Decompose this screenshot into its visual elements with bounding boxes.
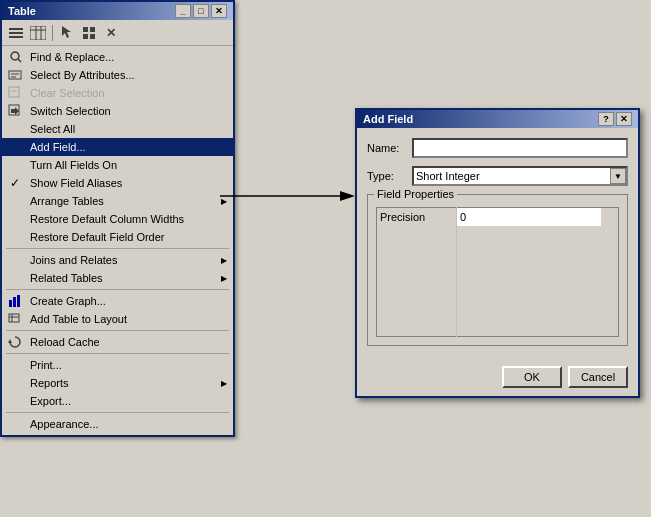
precision-input[interactable] xyxy=(457,208,601,226)
arrow-icon-joins: ▶ xyxy=(221,256,227,265)
type-select-wrap: Short Integer Long Integer Float Double … xyxy=(412,166,628,186)
menu-item-joins-and-relates[interactable]: Joins and Relates ▶ xyxy=(2,251,233,269)
svg-rect-20 xyxy=(9,300,12,307)
properties-table: Precision xyxy=(376,207,619,337)
svg-rect-22 xyxy=(17,295,20,307)
svg-rect-23 xyxy=(9,314,19,322)
menu-item-restore-col-widths[interactable]: Restore Default Column Widths xyxy=(2,210,233,228)
empty-prop-val xyxy=(457,226,619,248)
svg-rect-2 xyxy=(9,36,23,38)
empty-prop-val-2 xyxy=(457,248,619,270)
table-icon xyxy=(30,26,46,40)
table-row-empty-5 xyxy=(377,314,619,336)
menu-item-arrange-tables[interactable]: Arrange Tables ▶ xyxy=(2,192,233,210)
empty-prop-name-4 xyxy=(377,292,457,314)
dialog-buttons: OK Cancel xyxy=(357,362,638,396)
add-table-icon xyxy=(6,310,24,328)
svg-rect-10 xyxy=(83,34,88,39)
name-row: Name: xyxy=(367,138,628,158)
name-label: Name: xyxy=(367,142,412,154)
titlebar-controls: _ □ ✕ xyxy=(175,4,227,18)
groupbox-label: Field Properties xyxy=(374,188,457,200)
help-button[interactable]: ? xyxy=(598,112,614,126)
table-row-empty-3 xyxy=(377,270,619,292)
switch-selection-icon xyxy=(6,102,24,120)
arrow-icon-reports: ▶ xyxy=(221,379,227,388)
properties-content: Precision xyxy=(376,207,619,337)
empty-prop-val-5 xyxy=(457,314,619,336)
add-field-dialog: Add Field ? ✕ Name: Type: Short Integer … xyxy=(355,108,640,398)
svg-point-12 xyxy=(11,52,19,60)
menu-item-show-field-aliases[interactable]: ✓ Show Field Aliases xyxy=(2,174,233,192)
prop-name-precision: Precision xyxy=(377,208,457,227)
menu-item-export[interactable]: Export... xyxy=(2,392,233,410)
svg-rect-9 xyxy=(90,27,95,32)
dialog-titlebar: Add Field ? ✕ xyxy=(357,110,638,128)
menu-item-switch-selection[interactable]: Switch Selection xyxy=(2,102,233,120)
menu-item-select-all[interactable]: Select All xyxy=(2,120,233,138)
dialog-title-buttons: ? ✕ xyxy=(598,112,632,126)
menu-item-select-by-attributes[interactable]: Select By Attributes... xyxy=(2,66,233,84)
maximize-button[interactable]: □ xyxy=(193,4,209,18)
graph-icon xyxy=(6,292,24,310)
type-row: Type: Short Integer Long Integer Float D… xyxy=(367,166,628,186)
toolbar-close-btn[interactable]: ✕ xyxy=(101,23,121,43)
name-input[interactable] xyxy=(412,138,628,158)
table-row-empty-2 xyxy=(377,248,619,270)
close-button[interactable]: ✕ xyxy=(211,4,227,18)
separator-2 xyxy=(6,289,229,290)
svg-rect-14 xyxy=(9,71,21,79)
menu-item-create-graph[interactable]: Create Graph... xyxy=(2,292,233,310)
menu-item-turn-all-fields-on[interactable]: Turn All Fields On xyxy=(2,156,233,174)
menu-item-restore-field-order[interactable]: Restore Default Field Order xyxy=(2,228,233,246)
table-toolbar: ✕ xyxy=(2,20,233,46)
table-row-empty-4 xyxy=(377,292,619,314)
empty-prop-name-3 xyxy=(377,270,457,292)
ok-button[interactable]: OK xyxy=(502,366,562,388)
menu-item-related-tables[interactable]: Related Tables ▶ xyxy=(2,269,233,287)
select-attributes-icon xyxy=(6,66,24,84)
svg-rect-21 xyxy=(13,297,16,307)
field-properties-group: Field Properties Precision xyxy=(367,194,628,346)
menu-item-find-replace[interactable]: Find & Replace... xyxy=(2,48,233,66)
table-row-empty-1 xyxy=(377,226,619,248)
dialog-close-button[interactable]: ✕ xyxy=(616,112,632,126)
table-window: Table _ □ ✕ xyxy=(0,0,235,437)
table-row: Precision xyxy=(377,208,619,227)
svg-rect-3 xyxy=(30,26,46,40)
menu-item-reload-cache[interactable]: Reload Cache xyxy=(2,333,233,351)
minimize-button[interactable]: _ xyxy=(175,4,191,18)
toolbar-menu-btn[interactable] xyxy=(6,23,26,43)
toolbar-select-btn[interactable] xyxy=(57,23,77,43)
type-select[interactable]: Short Integer Long Integer Float Double … xyxy=(412,166,628,186)
separator-5 xyxy=(6,412,229,413)
check-icon: ✓ xyxy=(10,176,20,190)
empty-prop-val-3 xyxy=(457,270,619,292)
menu-item-reports[interactable]: Reports ▶ xyxy=(2,374,233,392)
cancel-button[interactable]: Cancel xyxy=(568,366,628,388)
menu-item-add-table-layout[interactable]: Add Table to Layout xyxy=(2,310,233,328)
svg-rect-17 xyxy=(9,87,19,97)
close-icon: ✕ xyxy=(106,26,116,40)
empty-prop-name xyxy=(377,226,457,248)
toolbar-table-btn[interactable] xyxy=(28,23,48,43)
svg-rect-1 xyxy=(9,32,23,34)
menu-item-add-field[interactable]: Add Field... xyxy=(2,138,233,156)
separator-3 xyxy=(6,330,229,331)
context-menu: Find & Replace... Select By Attributes..… xyxy=(2,46,233,435)
svg-rect-0 xyxy=(9,28,23,30)
dialog-body: Name: Type: Short Integer Long Integer F… xyxy=(357,128,638,362)
empty-prop-val-4 xyxy=(457,292,619,314)
clear-selection-icon xyxy=(6,84,24,102)
menu-icon xyxy=(9,27,23,39)
menu-item-print[interactable]: Print... xyxy=(2,356,233,374)
separator-1 xyxy=(6,248,229,249)
separator-4 xyxy=(6,353,229,354)
svg-rect-11 xyxy=(90,34,95,39)
reload-icon xyxy=(6,333,24,351)
toolbar-options-btn[interactable] xyxy=(79,23,99,43)
menu-item-appearance[interactable]: Appearance... xyxy=(2,415,233,433)
dialog-title: Add Field xyxy=(363,113,413,125)
options-icon xyxy=(82,26,96,40)
svg-line-13 xyxy=(18,59,21,62)
